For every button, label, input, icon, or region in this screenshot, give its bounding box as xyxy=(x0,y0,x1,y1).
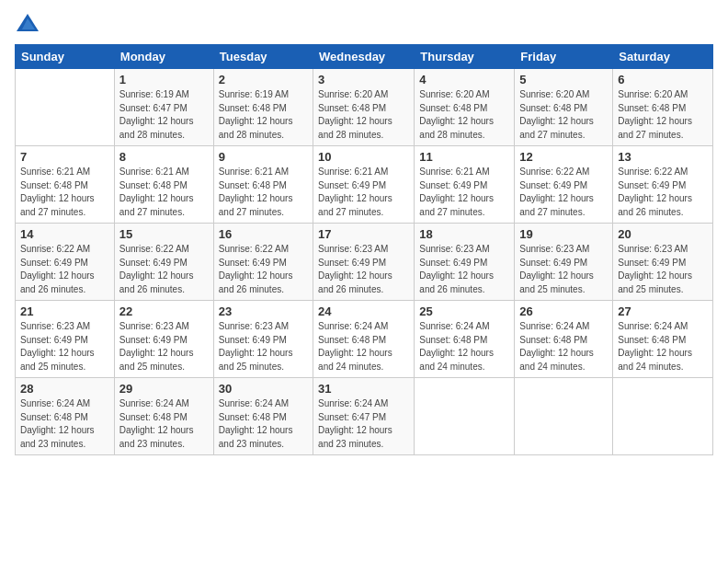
table-row: 22Sunrise: 6:23 AM Sunset: 6:49 PM Dayli… xyxy=(114,301,213,378)
calendar-week-row: 21Sunrise: 6:23 AM Sunset: 6:49 PM Dayli… xyxy=(16,301,713,378)
day-number: 13 xyxy=(618,150,708,164)
day-number: 12 xyxy=(519,150,608,164)
table-row: 24Sunrise: 6:24 AM Sunset: 6:48 PM Dayli… xyxy=(313,301,415,378)
day-info: Sunrise: 6:24 AM Sunset: 6:48 PM Dayligh… xyxy=(519,320,608,373)
table-row: 6Sunrise: 6:20 AM Sunset: 6:48 PM Daylig… xyxy=(613,69,713,146)
table-row: 3Sunrise: 6:20 AM Sunset: 6:48 PM Daylig… xyxy=(313,69,415,146)
day-info: Sunrise: 6:22 AM Sunset: 6:49 PM Dayligh… xyxy=(219,243,308,296)
day-info: Sunrise: 6:23 AM Sunset: 6:49 PM Dayligh… xyxy=(219,320,308,373)
col-sunday: Sunday xyxy=(16,45,115,69)
day-number: 23 xyxy=(219,304,308,318)
day-number: 9 xyxy=(219,150,308,164)
logo xyxy=(15,11,44,37)
day-info: Sunrise: 6:19 AM Sunset: 6:48 PM Dayligh… xyxy=(219,88,308,142)
table-row: 25Sunrise: 6:24 AM Sunset: 6:48 PM Dayli… xyxy=(415,301,515,378)
calendar: Sunday Monday Tuesday Wednesday Thursday… xyxy=(15,44,713,455)
day-number: 26 xyxy=(519,304,608,318)
day-info: Sunrise: 6:24 AM Sunset: 6:47 PM Dayligh… xyxy=(318,397,409,451)
day-info: Sunrise: 6:23 AM Sunset: 6:49 PM Dayligh… xyxy=(20,320,109,373)
day-info: Sunrise: 6:19 AM Sunset: 6:47 PM Dayligh… xyxy=(119,88,209,142)
col-wednesday: Wednesday xyxy=(313,45,415,69)
day-info: Sunrise: 6:24 AM Sunset: 6:48 PM Dayligh… xyxy=(219,397,308,451)
day-info: Sunrise: 6:24 AM Sunset: 6:48 PM Dayligh… xyxy=(618,320,708,373)
col-friday: Friday xyxy=(515,45,613,69)
table-row: 19Sunrise: 6:23 AM Sunset: 6:49 PM Dayli… xyxy=(515,224,613,301)
day-number: 20 xyxy=(618,227,708,241)
table-row: 31Sunrise: 6:24 AM Sunset: 6:47 PM Dayli… xyxy=(313,378,415,455)
day-number: 31 xyxy=(318,382,409,396)
table-row: 20Sunrise: 6:23 AM Sunset: 6:49 PM Dayli… xyxy=(613,224,713,301)
table-row: 18Sunrise: 6:23 AM Sunset: 6:49 PM Dayli… xyxy=(415,224,515,301)
table-row: 13Sunrise: 6:22 AM Sunset: 6:49 PM Dayli… xyxy=(613,146,713,224)
day-info: Sunrise: 6:24 AM Sunset: 6:48 PM Dayligh… xyxy=(419,320,509,373)
table-row: 8Sunrise: 6:21 AM Sunset: 6:48 PM Daylig… xyxy=(114,146,213,224)
day-number: 22 xyxy=(119,304,209,318)
table-row xyxy=(415,378,515,455)
table-row: 23Sunrise: 6:23 AM Sunset: 6:49 PM Dayli… xyxy=(213,301,313,378)
table-row: 11Sunrise: 6:21 AM Sunset: 6:49 PM Dayli… xyxy=(415,146,515,224)
day-info: Sunrise: 6:23 AM Sunset: 6:49 PM Dayligh… xyxy=(419,243,509,296)
day-number: 7 xyxy=(20,150,109,164)
table-row: 2Sunrise: 6:19 AM Sunset: 6:48 PM Daylig… xyxy=(213,69,313,146)
table-row: 9Sunrise: 6:21 AM Sunset: 6:48 PM Daylig… xyxy=(213,146,313,224)
day-number: 11 xyxy=(419,150,509,164)
day-info: Sunrise: 6:21 AM Sunset: 6:49 PM Dayligh… xyxy=(318,166,409,219)
page: Sunday Monday Tuesday Wednesday Thursday… xyxy=(0,0,728,563)
table-row: 28Sunrise: 6:24 AM Sunset: 6:48 PM Dayli… xyxy=(16,378,115,455)
day-info: Sunrise: 6:24 AM Sunset: 6:48 PM Dayligh… xyxy=(119,397,209,451)
table-row: 30Sunrise: 6:24 AM Sunset: 6:48 PM Dayli… xyxy=(213,378,313,455)
table-row: 12Sunrise: 6:22 AM Sunset: 6:49 PM Dayli… xyxy=(515,146,613,224)
table-row: 16Sunrise: 6:22 AM Sunset: 6:49 PM Dayli… xyxy=(213,224,313,301)
table-row: 5Sunrise: 6:20 AM Sunset: 6:48 PM Daylig… xyxy=(515,69,613,146)
header xyxy=(15,11,713,37)
day-number: 27 xyxy=(618,304,708,318)
table-row xyxy=(613,378,713,455)
day-info: Sunrise: 6:23 AM Sunset: 6:49 PM Dayligh… xyxy=(119,320,209,373)
table-row: 4Sunrise: 6:20 AM Sunset: 6:48 PM Daylig… xyxy=(415,69,515,146)
day-number: 18 xyxy=(419,227,509,241)
day-info: Sunrise: 6:21 AM Sunset: 6:48 PM Dayligh… xyxy=(219,166,308,219)
day-number: 29 xyxy=(119,382,209,396)
day-info: Sunrise: 6:21 AM Sunset: 6:48 PM Dayligh… xyxy=(119,166,209,219)
day-number: 10 xyxy=(318,150,409,164)
day-info: Sunrise: 6:21 AM Sunset: 6:48 PM Dayligh… xyxy=(20,166,109,219)
day-number: 1 xyxy=(119,73,209,86)
day-number: 2 xyxy=(219,73,308,86)
day-info: Sunrise: 6:20 AM Sunset: 6:48 PM Dayligh… xyxy=(519,88,608,142)
day-info: Sunrise: 6:24 AM Sunset: 6:48 PM Dayligh… xyxy=(20,397,109,451)
day-number: 5 xyxy=(519,73,608,86)
day-number: 16 xyxy=(219,227,308,241)
table-row xyxy=(515,378,613,455)
day-info: Sunrise: 6:20 AM Sunset: 6:48 PM Dayligh… xyxy=(618,88,708,142)
calendar-week-row: 1Sunrise: 6:19 AM Sunset: 6:47 PM Daylig… xyxy=(16,69,713,146)
day-info: Sunrise: 6:23 AM Sunset: 6:49 PM Dayligh… xyxy=(318,243,409,296)
day-number: 21 xyxy=(20,304,109,318)
table-row: 15Sunrise: 6:22 AM Sunset: 6:49 PM Dayli… xyxy=(114,224,213,301)
day-number: 15 xyxy=(119,227,209,241)
calendar-week-row: 7Sunrise: 6:21 AM Sunset: 6:48 PM Daylig… xyxy=(16,146,713,224)
table-row: 21Sunrise: 6:23 AM Sunset: 6:49 PM Dayli… xyxy=(16,301,115,378)
table-row: 1Sunrise: 6:19 AM Sunset: 6:47 PM Daylig… xyxy=(114,69,213,146)
calendar-week-row: 14Sunrise: 6:22 AM Sunset: 6:49 PM Dayli… xyxy=(16,224,713,301)
day-number: 14 xyxy=(20,227,109,241)
day-number: 8 xyxy=(119,150,209,164)
day-info: Sunrise: 6:22 AM Sunset: 6:49 PM Dayligh… xyxy=(519,166,608,219)
day-info: Sunrise: 6:22 AM Sunset: 6:49 PM Dayligh… xyxy=(618,166,708,219)
col-thursday: Thursday xyxy=(415,45,515,69)
table-row: 29Sunrise: 6:24 AM Sunset: 6:48 PM Dayli… xyxy=(114,378,213,455)
day-info: Sunrise: 6:22 AM Sunset: 6:49 PM Dayligh… xyxy=(20,243,109,296)
col-saturday: Saturday xyxy=(613,45,713,69)
day-number: 17 xyxy=(318,227,409,241)
table-row: 26Sunrise: 6:24 AM Sunset: 6:48 PM Dayli… xyxy=(515,301,613,378)
table-row: 7Sunrise: 6:21 AM Sunset: 6:48 PM Daylig… xyxy=(16,146,115,224)
day-info: Sunrise: 6:21 AM Sunset: 6:49 PM Dayligh… xyxy=(419,166,509,219)
col-monday: Monday xyxy=(114,45,213,69)
day-number: 4 xyxy=(419,73,509,86)
day-number: 3 xyxy=(318,73,409,86)
table-row: 27Sunrise: 6:24 AM Sunset: 6:48 PM Dayli… xyxy=(613,301,713,378)
day-number: 25 xyxy=(419,304,509,318)
day-number: 19 xyxy=(519,227,608,241)
day-info: Sunrise: 6:23 AM Sunset: 6:49 PM Dayligh… xyxy=(519,243,608,296)
table-row xyxy=(16,69,115,146)
day-number: 6 xyxy=(618,73,708,86)
